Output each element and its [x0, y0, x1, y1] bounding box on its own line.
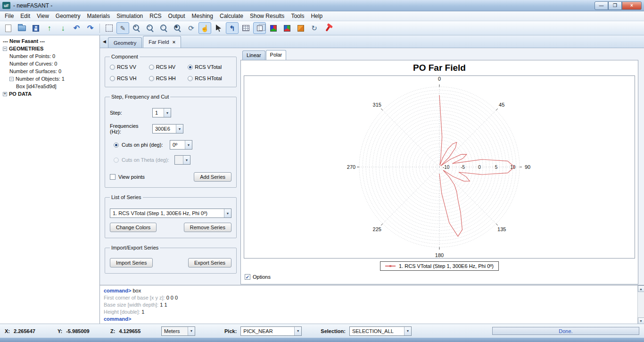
series-combo[interactable]: 1. RCS VTotal (Step 1, 300E6 Hz, Phi 0º) — [110, 209, 231, 218]
component-options: RCS VVRCS HVRCS VTotalRCS VHRCS HHRCS HT… — [110, 62, 231, 81]
chevron-down-icon — [294, 327, 301, 335]
tree-item-geometries[interactable]: −GEOMETRIES — [0, 45, 99, 52]
expander-minus-icon[interactable]: − — [3, 47, 7, 51]
menu-file[interactable]: File — [1, 12, 17, 20]
new-file-button[interactable] — [2, 22, 15, 34]
svg-text:90: 90 — [525, 164, 530, 170]
tab-far-field[interactable]: Far Field × — [143, 36, 181, 48]
menu-simulation[interactable]: Simulation — [113, 12, 146, 20]
menu-rcs[interactable]: RCS — [146, 12, 165, 20]
grid-button[interactable] — [239, 22, 252, 34]
radio-rcs-hh[interactable]: RCS HH — [149, 75, 187, 81]
export-button[interactable] — [57, 22, 69, 34]
tree-item-new-fasant[interactable]: --- New Fasant --- — [0, 37, 99, 45]
zoom-window-icon: ▫ — [160, 25, 168, 32]
previous-view-button[interactable] — [226, 22, 239, 34]
expander-minus-icon[interactable]: − — [9, 77, 14, 81]
radio-icon — [149, 76, 154, 81]
import-series-button[interactable]: Import Series — [110, 258, 153, 267]
shaded-view-button[interactable] — [281, 22, 293, 34]
tab-polar[interactable]: Polar — [266, 50, 287, 60]
solid-view-button[interactable] — [267, 22, 280, 34]
svg-text:0: 0 — [438, 76, 441, 82]
legend-series-label: 1. RCS VTotal (Step 1, 300E6 Hz, Phi 0º) — [399, 263, 494, 269]
radio-rcs-htotal[interactable]: RCS HTotal — [188, 75, 231, 81]
radio-rcs-vv[interactable]: RCS VV — [110, 64, 148, 70]
pan-button[interactable] — [198, 22, 211, 34]
zoom-window-button[interactable]: ▫ — [157, 22, 170, 34]
radio-rcs-vh[interactable]: RCS VH — [110, 75, 148, 81]
remove-series-button[interactable]: Remove Series — [184, 223, 231, 232]
tab-linear[interactable]: Linear — [242, 50, 265, 60]
menu-bar: FileEditViewGeometryMaterialsSimulationR… — [0, 11, 644, 21]
x-value: 2.265647 — [14, 328, 35, 334]
expander-plus-icon[interactable]: + — [3, 92, 7, 96]
tab-geometry[interactable]: Geometry — [108, 37, 142, 48]
tree-item-po-data[interactable]: +PO DATA — [0, 90, 99, 98]
menu-meshing[interactable]: Meshing — [189, 12, 216, 20]
pick-combo[interactable]: PICK_NEAR — [240, 326, 302, 336]
cuts-on-theta-radio[interactable] — [114, 158, 119, 163]
tree-item-box-id47ea5d9d[interactable]: Box [id47ea5d9d] — [0, 83, 99, 90]
close-button[interactable]: × — [622, 1, 642, 10]
zoom-out-button[interactable]: − — [144, 22, 157, 34]
menu-output[interactable]: Output — [165, 12, 189, 20]
radio-rcs-hv[interactable]: RCS HV — [149, 64, 187, 70]
selection-combo[interactable]: SELECTION_ALL — [349, 326, 412, 336]
radio-label: RCS VV — [117, 64, 136, 70]
phi-combo[interactable]: 0º — [170, 140, 192, 150]
tree-item-number-of-curves-0[interactable]: Number of Curves: 0 — [0, 60, 99, 67]
menu-view[interactable]: View — [33, 12, 52, 20]
export-series-button[interactable]: Export Series — [188, 258, 231, 267]
select-cursor-button[interactable] — [212, 22, 225, 34]
menu-calculate[interactable]: Calculate — [216, 12, 247, 20]
units-combo[interactable]: Meters — [161, 326, 195, 336]
chevron-down-icon — [164, 108, 171, 117]
svg-text:180: 180 — [435, 252, 444, 258]
rotate-axis-button[interactable] — [308, 22, 321, 34]
zoom-in-button[interactable]: + — [130, 22, 143, 34]
save-button[interactable] — [29, 22, 42, 34]
tree-item-number-of-objects-1[interactable]: −Number of Objects: 1 — [0, 75, 99, 83]
maximize-button[interactable]: ❐ — [608, 1, 622, 10]
z-value: 4.129655 — [119, 328, 140, 334]
svg-text:0: 0 — [478, 165, 481, 170]
console-scrollbar[interactable]: ▲ ▼ — [637, 285, 644, 324]
menu-materials[interactable]: Materials — [84, 12, 114, 20]
zoom-fit-button[interactable] — [103, 22, 116, 34]
close-icon[interactable]: × — [173, 39, 175, 45]
step-combo[interactable]: 1 — [152, 108, 171, 117]
rotate-view-button[interactable] — [185, 22, 198, 34]
wireframe-view-button[interactable] — [253, 22, 266, 34]
zoom-out-icon: − — [147, 25, 154, 32]
command-console[interactable]: command> boxFirst corner of base [x y z]… — [100, 285, 644, 324]
menu-show-results[interactable]: Show Results — [247, 12, 288, 20]
axis-tool-button[interactable] — [322, 22, 334, 34]
step-combo-value: 1 — [155, 110, 158, 116]
edit-mode-button[interactable] — [116, 22, 129, 34]
menu-edit[interactable]: Edit — [17, 12, 33, 20]
tree-item-number-of-points-0[interactable]: Number of Points: 0 — [0, 52, 99, 60]
undo-button[interactable] — [70, 22, 83, 34]
add-series-button[interactable]: Add Series — [194, 172, 231, 182]
options-checkbox[interactable] — [245, 274, 250, 280]
menu-geometry[interactable]: Geometry — [52, 12, 84, 20]
zoom-select-button[interactable]: ◆ — [171, 22, 184, 34]
view-points-checkbox[interactable] — [110, 174, 116, 180]
menu-help[interactable]: Help — [307, 12, 326, 20]
frequencies-combo[interactable]: 300E6 — [152, 124, 183, 133]
textured-view-button[interactable] — [294, 22, 307, 34]
tab-scroll-left-icon[interactable]: ◀ — [103, 39, 106, 44]
radio-rcs-vtotal[interactable]: RCS VTotal — [188, 64, 231, 70]
tree-item-number-of-surfaces-0[interactable]: Number of Surfaces: 0 — [0, 67, 99, 75]
minimize-button[interactable]: — — [594, 1, 608, 10]
import-button[interactable] — [43, 22, 56, 34]
cuts-on-phi-radio[interactable] — [114, 142, 119, 148]
console-line: Height [double]: 1 — [104, 309, 635, 316]
scroll-down-icon[interactable]: ▼ — [638, 317, 644, 324]
open-file-button[interactable] — [16, 22, 28, 34]
menu-tools[interactable]: Tools — [288, 12, 307, 20]
change-colors-button[interactable]: Change Colors — [110, 223, 157, 232]
scroll-up-icon[interactable]: ▲ — [638, 285, 644, 292]
redo-button[interactable] — [84, 22, 97, 34]
